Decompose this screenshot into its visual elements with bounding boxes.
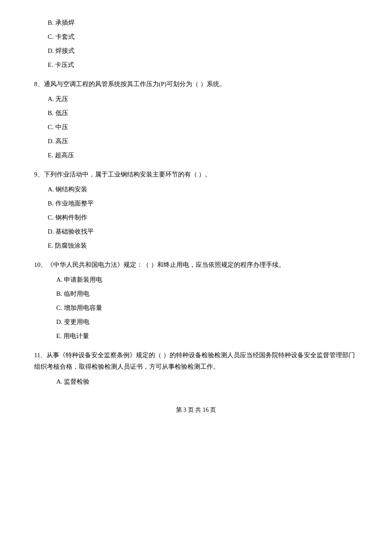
q8-option-a: A. 无压 — [48, 93, 358, 105]
page-footer: 第 3 页 共 16 页 — [34, 405, 358, 415]
question-8-text: 8、通风与空调工程的风管系统按其工作压力(P)可划分为（ ）系统。 — [34, 78, 358, 90]
q9-option-d: D. 基础验收找平 — [48, 226, 358, 237]
option-b-chengcha: B. 承插焊 — [48, 17, 358, 29]
q8-option-d: D. 高压 — [48, 136, 358, 147]
question-9-text: 9、下列作业活动中，属于工业钢结构安装主要环节的有（ ）。 — [34, 169, 358, 180]
question-8: 8、通风与空调工程的风管系统按其工作压力(P)可划分为（ ）系统。 A. 无压 … — [34, 78, 358, 161]
q9-option-e: E. 防腐蚀涂装 — [48, 240, 358, 251]
q9-option-a: A. 钢结构安装 — [48, 184, 358, 195]
q8-option-c: C. 中压 — [48, 121, 358, 133]
q9-option-c: C. 钢构件制作 — [48, 212, 358, 223]
q10-option-e: E. 用电计量 — [56, 330, 358, 342]
continued-options: B. 承插焊 C. 卡套式 D. 焊接式 E. 卡压式 — [34, 17, 358, 71]
q8-option-b: B. 低压 — [48, 107, 358, 119]
question-9: 9、下列作业活动中，属于工业钢结构安装主要环节的有（ ）。 A. 钢结构安装 B… — [34, 169, 358, 251]
q10-option-d: D. 变更用电 — [56, 316, 358, 328]
q10-option-c: C. 增加用电容量 — [56, 302, 358, 314]
question-10-text: 10、《中华人民共和国电力法》规定：（ ）和终止用电，应当依照规定的程序办理手续… — [34, 259, 358, 271]
option-d-hanjie: D. 焊接式 — [48, 45, 358, 57]
q10-option-a: A. 申请新装用电 — [56, 274, 358, 286]
q10-option-b: B. 临时用电 — [56, 288, 358, 300]
q9-option-b: B. 作业地面整平 — [48, 198, 358, 209]
page-number: 第 3 页 共 16 页 — [176, 407, 216, 413]
question-11: 11、从事《特种设备安全监察条例》规定的（ ）的特种设备检验检测人员应当经国务院… — [34, 350, 358, 387]
option-e-kaya: E. 卡压式 — [48, 59, 358, 71]
q11-option-a: A. 监督检验 — [56, 376, 358, 387]
question-11-text: 11、从事《特种设备安全监察条例》规定的（ ）的特种设备检验检测人员应当经国务院… — [34, 350, 358, 373]
option-c-katao: C. 卡套式 — [48, 31, 358, 43]
q8-option-e: E. 超高压 — [48, 150, 358, 161]
question-10: 10、《中华人民共和国电力法》规定：（ ）和终止用电，应当依照规定的程序办理手续… — [34, 259, 358, 342]
